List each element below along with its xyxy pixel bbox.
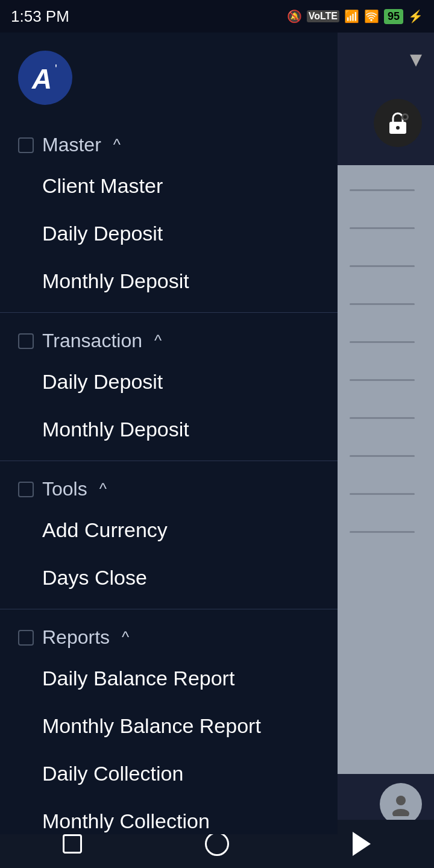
- svg-point-7: [392, 809, 409, 816]
- divider-1: [0, 312, 338, 313]
- nav-item-client-master[interactable]: Client Master: [0, 162, 338, 210]
- section-reports: Reports ^ Daily Balance Report Monthly B…: [0, 615, 338, 834]
- reports-checkbox[interactable]: [18, 630, 34, 646]
- nav-item-monthly-balance-report[interactable]: Monthly Balance Report: [0, 702, 338, 750]
- content-line-5: [350, 341, 415, 343]
- mute-icon: 🔕: [287, 9, 302, 24]
- top-chevron-down-icon[interactable]: ▾: [410, 45, 422, 72]
- nav-item-transaction-monthly-deposit[interactable]: Monthly Deposit: [0, 406, 338, 453]
- nav-item-days-close[interactable]: Days Close: [0, 554, 338, 602]
- content-line-7: [350, 417, 415, 419]
- right-panel: ▾: [338, 33, 434, 834]
- content-line-9: [350, 493, 415, 495]
- tools-title: Tools: [42, 478, 87, 500]
- lock-icon: [385, 110, 411, 136]
- home-circle-icon: [205, 832, 229, 856]
- tools-items: Add Currency Days Close: [0, 506, 338, 606]
- user-icon: [389, 792, 413, 816]
- svg-point-6: [396, 796, 406, 805]
- battery-charging-icon: ⚡: [408, 9, 423, 24]
- content-line-1: [350, 189, 415, 191]
- user-avatar[interactable]: [380, 783, 422, 825]
- nav-item-transaction-daily-deposit[interactable]: Daily Deposit: [0, 358, 338, 406]
- master-title: Master: [42, 134, 101, 156]
- nav-item-monthly-collection[interactable]: Monthly Collection: [0, 797, 338, 834]
- nav-item-add-currency[interactable]: Add Currency: [0, 506, 338, 554]
- section-transaction: Transaction ^ Daily Deposit Monthly Depo…: [0, 319, 338, 458]
- content-line-3: [350, 265, 415, 267]
- status-time: 1:53 PM: [11, 7, 69, 26]
- section-transaction-header[interactable]: Transaction ^: [0, 319, 338, 358]
- content-line-10: [350, 531, 415, 533]
- divider-3: [0, 609, 338, 609]
- section-master-header[interactable]: Master ^: [0, 123, 338, 162]
- section-reports-header[interactable]: Reports ^: [0, 615, 338, 655]
- content-line-4: [350, 303, 415, 305]
- square-icon: [63, 834, 82, 854]
- logo-area: A ': [0, 33, 338, 117]
- transaction-chevron: ^: [154, 332, 162, 350]
- sidebar-drawer: A ' Master ^ Client Master Daily Deposit…: [0, 33, 338, 834]
- master-checkbox[interactable]: [18, 137, 34, 153]
- master-items: Client Master Daily Deposit Monthly Depo…: [0, 162, 338, 310]
- tools-checkbox[interactable]: [18, 482, 34, 497]
- status-icons: 🔕 VoLTE 📶 🛜 95 ⚡: [287, 9, 423, 24]
- reports-items: Daily Balance Report Monthly Balance Rep…: [0, 655, 338, 834]
- main-layout: A ' Master ^ Client Master Daily Deposit…: [0, 33, 434, 834]
- svg-point-3: [396, 126, 400, 130]
- section-tools-header[interactable]: Tools ^: [0, 467, 338, 506]
- signal-icon: 📶: [344, 9, 359, 24]
- svg-text:': ': [55, 62, 57, 75]
- back-arrow-icon: [353, 832, 371, 856]
- nav-item-daily-collection[interactable]: Daily Collection: [0, 750, 338, 797]
- content-line-6: [350, 379, 415, 381]
- reports-chevron: ^: [122, 628, 129, 647]
- section-tools: Tools ^ Add Currency Days Close: [0, 467, 338, 606]
- divider-2: [0, 461, 338, 461]
- volte-icon: VoLTE: [307, 10, 339, 22]
- right-panel-top: ▾: [338, 33, 434, 165]
- content-line-2: [350, 227, 415, 229]
- transaction-title: Transaction: [42, 330, 142, 352]
- status-bar: 1:53 PM 🔕 VoLTE 📶 🛜 95 ⚡: [0, 0, 434, 33]
- battery-icon: 95: [384, 9, 403, 24]
- nav-item-master-monthly-deposit[interactable]: Monthly Deposit: [0, 257, 338, 305]
- reports-title: Reports: [42, 626, 110, 649]
- svg-text:A: A: [31, 63, 52, 95]
- nav-item-daily-balance-report[interactable]: Daily Balance Report: [0, 655, 338, 702]
- svg-point-5: [403, 115, 407, 119]
- lock-icon-circle: [374, 99, 422, 147]
- app-logo: A ': [18, 51, 72, 105]
- section-master: Master ^ Client Master Daily Deposit Mon…: [0, 123, 338, 310]
- tools-chevron: ^: [99, 480, 107, 498]
- content-line-8: [350, 455, 415, 457]
- transaction-checkbox[interactable]: [18, 333, 34, 349]
- content-lines: [344, 171, 428, 551]
- logo-svg: A ': [27, 60, 63, 96]
- nav-back-button[interactable]: [344, 826, 380, 862]
- right-panel-content: [338, 165, 434, 774]
- master-chevron: ^: [113, 136, 121, 154]
- wifi-icon: 🛜: [364, 9, 379, 24]
- transaction-items: Daily Deposit Monthly Deposit: [0, 358, 338, 458]
- nav-item-master-daily-deposit[interactable]: Daily Deposit: [0, 210, 338, 257]
